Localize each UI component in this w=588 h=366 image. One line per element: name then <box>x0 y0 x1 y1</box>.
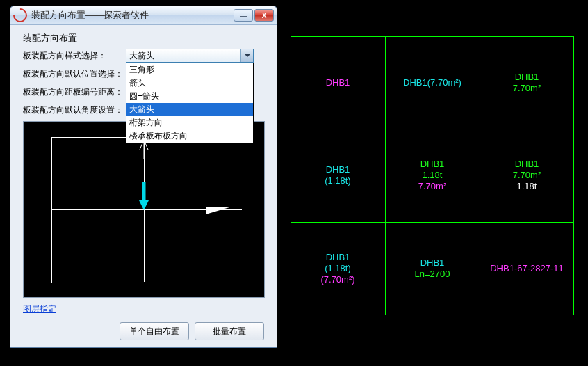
option-triangle[interactable]: 三角形 <box>126 63 253 77</box>
dist-label: 板装配方向距板编号距离： <box>23 86 126 98</box>
style-dropdown: 三角形 箭头 圆+箭头 大箭头 桁架方向 楼承板布板方向 <box>126 63 254 143</box>
single-layout-button[interactable]: 单个自由布置 <box>120 322 189 340</box>
section-title: 装配方向布置 <box>23 32 264 45</box>
style-label: 板装配方向样式选择： <box>23 50 126 62</box>
pos-label: 板装配方向默认位置选择： <box>23 68 126 80</box>
cell-3-3: DHB1-67-2827-11 <box>480 222 574 315</box>
minimize-button[interactable]: — <box>234 9 253 22</box>
option-truss[interactable]: 桁架方向 <box>126 116 253 129</box>
close-button[interactable]: X <box>254 9 274 22</box>
style-select[interactable]: 大箭头 三角形 箭头 圆+箭头 大箭头 桁架方向 楼承板布板方向 <box>126 49 254 63</box>
dialog-window: 装配方向布置——探索者软件 — X 装配方向布置 板装配方向样式选择： 大箭头 … <box>10 6 277 348</box>
option-big-arrow[interactable]: 大箭头 <box>126 103 253 116</box>
cell-2-3: DHB17.70m²1.18t <box>480 129 574 222</box>
titlebar[interactable]: 装配方向布置——探索者软件 — X <box>10 6 277 25</box>
cell-2-2: DHB11.18t7.70m² <box>385 129 480 222</box>
option-circle-arrow[interactable]: 圆+箭头 <box>126 90 253 103</box>
angle-label: 板装配方向默认角度设置： <box>23 104 126 116</box>
preview-canvas <box>23 121 265 298</box>
option-arrow[interactable]: 箭头 <box>126 77 253 90</box>
option-floor[interactable]: 楼承板布板方向 <box>126 129 253 143</box>
cell-2-1: DHB1(1.18t) <box>291 129 385 222</box>
style-select-value: 大箭头 <box>129 51 154 61</box>
chevron-down-icon[interactable] <box>240 49 253 62</box>
app-icon <box>10 6 30 25</box>
cell-1-2: DHB1(7.70m²) <box>385 36 480 129</box>
layer-link[interactable]: 图层指定 <box>23 303 56 315</box>
window-title: 装配方向布置——探索者软件 <box>31 9 232 22</box>
cell-3-2: DHB1Ln=2700 <box>385 222 480 315</box>
batch-layout-button[interactable]: 批量布置 <box>195 322 264 340</box>
arrow-down-icon <box>139 182 149 211</box>
cell-1-1: DHB1 <box>291 36 385 129</box>
cad-viewport[interactable]: DHB1 DHB1(7.70m²) DHB17.70m² DHB1(1.18t)… <box>291 36 574 315</box>
cell-1-3: DHB17.70m² <box>480 36 574 129</box>
triangle-icon <box>206 207 229 214</box>
cell-3-1: DHB1(1.18t)(7.70m²) <box>291 222 385 315</box>
